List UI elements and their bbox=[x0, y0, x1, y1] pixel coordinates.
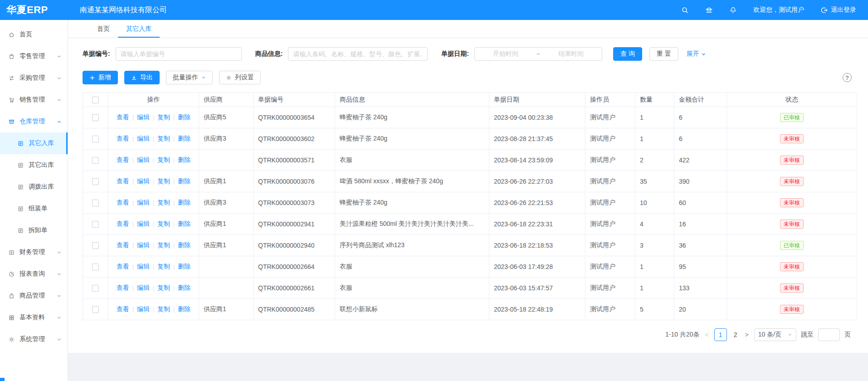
sidebar-item-disassembly[interactable]: 拆卸单 bbox=[0, 220, 68, 241]
sidebar-item-system[interactable]: 系统管理 bbox=[0, 328, 68, 350]
row-action-delete[interactable]: 删除 bbox=[178, 220, 190, 227]
row-action-edit[interactable]: 编辑 bbox=[137, 305, 150, 313]
page-number-2[interactable]: 2 bbox=[731, 331, 740, 338]
action-separator: | bbox=[173, 136, 175, 142]
sidebar-item-retail[interactable]: 零售管理 bbox=[0, 45, 68, 67]
row-action-edit[interactable]: 编辑 bbox=[137, 220, 150, 227]
row-checkbox[interactable] bbox=[92, 306, 99, 313]
row-action-view[interactable]: 查看 bbox=[117, 241, 129, 249]
row-action-delete[interactable]: 删除 bbox=[178, 135, 190, 142]
row-action-view[interactable]: 查看 bbox=[117, 305, 129, 313]
row-action-copy[interactable]: 复制 bbox=[157, 135, 170, 142]
row-action-copy[interactable]: 复制 bbox=[157, 177, 170, 185]
cell-bill-no: QTRK00000002661 bbox=[254, 278, 335, 299]
row-action-delete[interactable]: 删除 bbox=[178, 241, 190, 249]
row-checkbox[interactable] bbox=[92, 114, 99, 121]
row-action-delete[interactable]: 删除 bbox=[178, 113, 190, 121]
row-action-edit[interactable]: 编辑 bbox=[137, 199, 150, 206]
sidebar-item-other-in[interactable]: 其它入库 bbox=[0, 132, 68, 154]
row-action-delete[interactable]: 删除 bbox=[178, 305, 190, 313]
sidebar-item-home[interactable]: 首页 bbox=[0, 24, 68, 45]
sidebar-item-report[interactable]: 报表查询 bbox=[0, 263, 68, 285]
cell-date: 2023-06-03 17:49:28 bbox=[489, 256, 585, 278]
row-checkbox[interactable] bbox=[92, 285, 99, 292]
row-action-edit[interactable]: 编辑 bbox=[137, 284, 150, 291]
row-action-view[interactable]: 查看 bbox=[117, 199, 129, 206]
search-icon[interactable] bbox=[681, 6, 689, 14]
reset-button[interactable]: 重 置 bbox=[649, 47, 678, 61]
row-checkbox[interactable] bbox=[92, 221, 99, 228]
row-action-edit[interactable]: 编辑 bbox=[137, 113, 150, 121]
row-action-delete[interactable]: 删除 bbox=[178, 284, 190, 291]
logout-button[interactable]: 退出登录 bbox=[820, 6, 856, 14]
sidebar-item-goods[interactable]: 商品管理 bbox=[0, 285, 68, 307]
tab-other-inbound[interactable]: 其它入库 bbox=[118, 20, 160, 38]
cell-checkbox bbox=[83, 171, 108, 192]
row-checkbox[interactable] bbox=[92, 178, 99, 185]
row-action-delete[interactable]: 删除 bbox=[178, 156, 190, 163]
help-icon[interactable]: ? bbox=[843, 73, 852, 82]
sidebar-item-warehouse[interactable]: 仓库管理 bbox=[0, 111, 68, 132]
expand-link[interactable]: 展开 bbox=[687, 50, 706, 58]
row-action-copy[interactable]: 复制 bbox=[157, 113, 170, 121]
action-separator: | bbox=[153, 157, 154, 163]
row-action-delete[interactable]: 删除 bbox=[178, 263, 190, 270]
batch-actions-button[interactable]: 批量操作 bbox=[166, 71, 213, 84]
row-action-copy[interactable]: 复制 bbox=[157, 284, 170, 291]
row-checkbox[interactable] bbox=[92, 242, 99, 249]
sidebar-item-sales[interactable]: 销售管理 bbox=[0, 89, 68, 111]
row-action-delete[interactable]: 删除 bbox=[178, 177, 190, 185]
sidebar-item-purchase[interactable]: 采购管理 bbox=[0, 67, 68, 89]
row-checkbox[interactable] bbox=[92, 136, 99, 142]
row-action-edit[interactable]: 编辑 bbox=[137, 241, 150, 249]
cell-operator: 测试用户 bbox=[585, 278, 635, 299]
row-action-delete[interactable]: 删除 bbox=[178, 199, 190, 206]
jump-to-input[interactable] bbox=[818, 328, 840, 341]
row-action-view[interactable]: 查看 bbox=[117, 156, 129, 163]
add-label: 新增 bbox=[98, 73, 111, 82]
row-action-edit[interactable]: 编辑 bbox=[137, 135, 150, 142]
select-all-checkbox[interactable] bbox=[92, 97, 99, 103]
row-action-view[interactable]: 查看 bbox=[117, 284, 129, 291]
product-info-label: 商品信息: bbox=[255, 50, 283, 58]
row-action-edit[interactable]: 编辑 bbox=[137, 177, 150, 185]
row-action-copy[interactable]: 复制 bbox=[157, 305, 170, 313]
date-range-picker[interactable]: 开始时间 ~ 结束时间 bbox=[474, 47, 602, 61]
page-number-1[interactable]: 1 bbox=[714, 328, 727, 341]
row-action-view[interactable]: 查看 bbox=[117, 263, 129, 270]
sidebar-item-basic[interactable]: 基本资料 bbox=[0, 307, 68, 328]
prev-page-button[interactable]: < bbox=[704, 331, 709, 338]
row-checkbox[interactable] bbox=[92, 200, 99, 206]
row-action-copy[interactable]: 复制 bbox=[157, 156, 170, 163]
next-page-button[interactable]: > bbox=[744, 331, 749, 338]
sidebar-item-other-out[interactable]: 其它出库 bbox=[0, 154, 68, 176]
row-action-view[interactable]: 查看 bbox=[117, 220, 129, 227]
page-size-select[interactable]: 10 条/页 bbox=[754, 328, 796, 341]
bell-icon[interactable] bbox=[729, 6, 737, 14]
row-action-view[interactable]: 查看 bbox=[117, 113, 129, 121]
export-button[interactable]: 导出 bbox=[124, 71, 160, 84]
search-button[interactable]: 查 询 bbox=[613, 47, 642, 61]
row-action-edit[interactable]: 编辑 bbox=[137, 263, 150, 270]
tab-home[interactable]: 首页 bbox=[89, 20, 118, 38]
sidebar-item-transfer-out[interactable]: 调拨出库 bbox=[0, 176, 68, 198]
row-action-view[interactable]: 查看 bbox=[117, 135, 129, 142]
logout-icon bbox=[820, 6, 828, 14]
logout-label: 退出登录 bbox=[831, 6, 856, 14]
sidebar-item-assembly[interactable]: 组装单 bbox=[0, 198, 68, 220]
sidebar-item-finance[interactable]: 财务管理 bbox=[0, 241, 68, 263]
add-button[interactable]: 新增 bbox=[83, 71, 118, 84]
row-action-view[interactable]: 查看 bbox=[117, 177, 129, 185]
row-action-edit[interactable]: 编辑 bbox=[137, 156, 150, 163]
row-action-copy[interactable]: 复制 bbox=[157, 241, 170, 249]
product-info-input[interactable] bbox=[288, 47, 428, 61]
row-checkbox[interactable] bbox=[92, 157, 99, 164]
platform-icon[interactable] bbox=[705, 6, 713, 14]
row-action-copy[interactable]: 复制 bbox=[157, 199, 170, 206]
cell-qty: 1 bbox=[635, 107, 674, 128]
row-action-copy[interactable]: 复制 bbox=[157, 263, 170, 270]
bill-no-input[interactable] bbox=[116, 47, 242, 61]
row-action-copy[interactable]: 复制 bbox=[157, 220, 170, 227]
row-checkbox[interactable] bbox=[92, 264, 99, 270]
column-settings-button[interactable]: 列设置 bbox=[219, 71, 261, 84]
